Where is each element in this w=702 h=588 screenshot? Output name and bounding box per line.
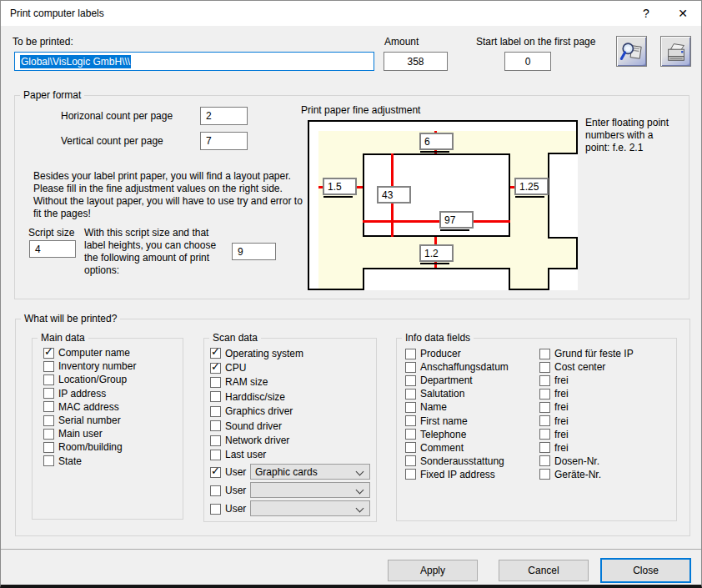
close-button[interactable]: Close [600, 558, 691, 583]
checkbox[interactable] [210, 377, 221, 388]
checkbox-row[interactable]: Network driver [210, 433, 303, 447]
checkbox[interactable] [539, 362, 550, 373]
checkbox[interactable] [210, 420, 221, 431]
user-row-1[interactable]: User [210, 465, 246, 479]
checkbox-row[interactable]: Cost center [539, 360, 634, 374]
checkbox[interactable] [405, 375, 416, 386]
adjust-bottom-input[interactable]: 1.2 [419, 244, 454, 262]
amount-input[interactable]: 358 [384, 52, 448, 71]
checkbox[interactable] [405, 455, 416, 466]
checkbox-row[interactable]: Inventory number [43, 359, 136, 373]
user-3-combobox[interactable] [250, 500, 370, 516]
checkbox-row[interactable]: Computer name [43, 346, 136, 359]
cancel-button[interactable]: Cancel [499, 560, 589, 581]
to-be-printed-input[interactable]: Global\VisLogic GmbH\\\ [14, 52, 374, 71]
checkbox[interactable] [539, 442, 550, 453]
user-row-3[interactable]: User [210, 502, 246, 515]
checkbox[interactable] [43, 361, 54, 372]
checkbox[interactable] [210, 406, 221, 417]
checkbox[interactable] [405, 469, 416, 480]
checkbox-row[interactable]: Main user [43, 427, 136, 440]
checkbox-row[interactable]: State [43, 455, 136, 468]
print-options-input[interactable]: 9 [232, 243, 276, 260]
checkbox[interactable] [210, 450, 221, 460]
checkbox[interactable] [43, 442, 54, 453]
checkbox[interactable] [43, 401, 54, 412]
adjust-top-input[interactable]: 6 [419, 133, 454, 150]
checkbox[interactable] [539, 469, 550, 480]
checkbox-row[interactable]: Sonderausstattung [405, 455, 509, 468]
checkbox-row[interactable]: Anschaffungsdatum [405, 360, 509, 374]
checkbox-row[interactable]: Fixed IP address [405, 468, 509, 481]
checkbox[interactable] [43, 348, 54, 359]
horizontal-count-input[interactable]: 2 [200, 107, 248, 125]
checkbox-row[interactable]: Telephone [405, 428, 509, 441]
checkbox[interactable] [405, 389, 416, 400]
adjust-right-input[interactable]: 1.25 [514, 178, 549, 195]
checkbox-row[interactable]: Serial number [43, 414, 136, 427]
checkbox-row[interactable]: CPU [210, 360, 303, 374]
checkbox[interactable] [539, 349, 550, 359]
adjust-left-input[interactable]: 1.5 [323, 178, 357, 195]
vertical-count-input[interactable]: 7 [200, 132, 248, 150]
adjust-inner-left-input[interactable]: 43 [377, 186, 411, 204]
user-1-combobox[interactable]: Graphic cards [250, 464, 370, 480]
checkbox-row[interactable]: Location/Group [43, 373, 136, 386]
checkbox-row[interactable]: Room/building [43, 440, 136, 454]
help-button[interactable]: ? [628, 1, 664, 26]
script-size-input[interactable]: 4 [29, 240, 76, 258]
user-2-combobox[interactable] [250, 482, 370, 498]
checkbox-row[interactable]: IP address [43, 387, 136, 400]
checkbox-row[interactable]: Salutation [405, 387, 509, 400]
checkbox-row[interactable]: frei [539, 428, 634, 441]
checkbox-row[interactable]: frei [539, 414, 634, 427]
user-2-checkbox[interactable] [210, 485, 221, 496]
checkbox-row[interactable]: First name [405, 414, 509, 427]
user-3-checkbox[interactable] [210, 504, 221, 515]
checkbox[interactable] [43, 415, 54, 426]
checkbox-row[interactable]: Name [405, 400, 509, 414]
checkbox-row[interactable]: RAM size [210, 375, 303, 389]
checkbox[interactable] [43, 429, 54, 440]
close-window-button[interactable]: ✕ [664, 1, 701, 26]
checkbox-row[interactable]: Producer [405, 347, 509, 360]
checkbox[interactable] [405, 349, 416, 359]
checkbox[interactable] [210, 363, 221, 374]
checkbox[interactable] [539, 402, 550, 413]
checkbox-row[interactable]: MAC address [43, 400, 136, 414]
checkbox-row[interactable]: Grund für feste IP [539, 347, 634, 360]
checkbox[interactable] [210, 348, 221, 359]
checkbox-row[interactable]: frei [539, 441, 634, 455]
checkbox[interactable] [210, 391, 221, 402]
checkbox[interactable] [43, 455, 54, 466]
checkbox[interactable] [405, 415, 416, 426]
checkbox[interactable] [43, 374, 54, 385]
checkbox[interactable] [539, 455, 550, 466]
checkbox-row[interactable]: Graphics driver [210, 405, 303, 419]
user-row-2[interactable]: User [210, 484, 246, 497]
checkbox-row[interactable]: Dosen-Nr. [539, 455, 634, 468]
checkbox-row[interactable]: frei [539, 374, 634, 387]
checkbox-row[interactable]: frei [539, 387, 634, 400]
checkbox[interactable] [405, 429, 416, 440]
checkbox[interactable] [405, 442, 416, 453]
checkbox[interactable] [539, 375, 550, 386]
print-button[interactable] [660, 36, 691, 67]
checkbox[interactable] [539, 389, 550, 400]
print-preview-button[interactable] [616, 36, 647, 67]
adjust-inner-bottom-input[interactable]: 97 [439, 211, 474, 229]
checkbox[interactable] [539, 429, 550, 440]
checkbox[interactable] [210, 435, 221, 446]
user-1-checkbox[interactable] [210, 467, 221, 478]
checkbox[interactable] [405, 402, 416, 413]
apply-button[interactable]: Apply [388, 560, 478, 581]
start-label-input[interactable]: 0 [504, 52, 551, 71]
checkbox-row[interactable]: Operating system [210, 346, 303, 360]
checkbox-row[interactable]: Last user [210, 448, 303, 462]
checkbox-row[interactable]: Department [405, 374, 509, 387]
checkbox[interactable] [43, 388, 54, 399]
checkbox-row[interactable]: frei [539, 400, 634, 414]
checkbox-row[interactable]: Geräte-Nr. [539, 468, 634, 481]
checkbox-row[interactable]: Comment [405, 441, 509, 455]
checkbox-row[interactable]: Harddisc/size [210, 389, 303, 404]
